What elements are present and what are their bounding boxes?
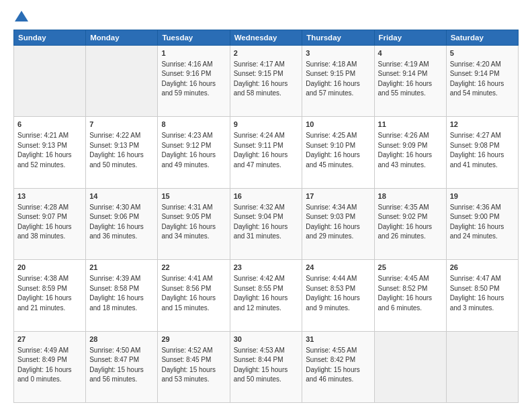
calendar-cell: 19Sunrise: 4:36 AM Sunset: 9:00 PM Dayli…	[446, 188, 518, 259]
day-number: 14	[89, 191, 154, 202]
day-info: Sunrise: 4:39 AM Sunset: 8:58 PM Dayligh…	[89, 274, 154, 313]
day-info: Sunrise: 4:21 AM Sunset: 9:13 PM Dayligh…	[17, 131, 82, 170]
calendar: SundayMondayTuesdayWednesdayThursdayFrid…	[13, 30, 519, 403]
calendar-cell: 15Sunrise: 4:31 AM Sunset: 9:05 PM Dayli…	[158, 188, 230, 259]
calendar-cell: 12Sunrise: 4:27 AM Sunset: 9:08 PM Dayli…	[446, 117, 518, 188]
header	[13, 11, 519, 23]
day-number: 30	[234, 334, 299, 345]
day-info: Sunrise: 4:31 AM Sunset: 9:05 PM Dayligh…	[161, 203, 226, 242]
calendar-cell: 27Sunrise: 4:49 AM Sunset: 8:49 PM Dayli…	[14, 331, 86, 402]
day-info: Sunrise: 4:50 AM Sunset: 8:47 PM Dayligh…	[89, 346, 154, 385]
calendar-cell: 17Sunrise: 4:34 AM Sunset: 9:03 PM Dayli…	[302, 188, 374, 259]
calendar-cell: 18Sunrise: 4:35 AM Sunset: 9:02 PM Dayli…	[374, 188, 446, 259]
day-info: Sunrise: 4:44 AM Sunset: 8:53 PM Dayligh…	[306, 274, 370, 313]
calendar-cell: 26Sunrise: 4:47 AM Sunset: 8:50 PM Dayli…	[446, 260, 518, 331]
day-info: Sunrise: 4:23 AM Sunset: 9:12 PM Dayligh…	[161, 131, 226, 170]
calendar-cell: 9Sunrise: 4:24 AM Sunset: 9:11 PM Daylig…	[230, 117, 302, 188]
calendar-cell: 24Sunrise: 4:44 AM Sunset: 8:53 PM Dayli…	[302, 260, 374, 331]
day-number: 6	[17, 120, 82, 130]
calendar-cell: 23Sunrise: 4:42 AM Sunset: 8:55 PM Dayli…	[230, 260, 302, 331]
day-info: Sunrise: 4:17 AM Sunset: 9:15 PM Dayligh…	[234, 60, 299, 99]
day-info: Sunrise: 4:20 AM Sunset: 9:14 PM Dayligh…	[450, 60, 515, 99]
day-number: 8	[161, 120, 226, 130]
day-info: Sunrise: 4:53 AM Sunset: 8:44 PM Dayligh…	[234, 346, 299, 385]
day-number: 3	[306, 48, 370, 59]
calendar-cell	[446, 331, 518, 402]
day-info: Sunrise: 4:25 AM Sunset: 9:10 PM Dayligh…	[306, 131, 370, 170]
day-number: 31	[306, 334, 370, 345]
weekday-header-sunday: Sunday	[14, 30, 86, 46]
day-number: 5	[450, 48, 515, 59]
day-number: 2	[234, 48, 299, 59]
day-number: 11	[378, 120, 443, 130]
calendar-cell: 7Sunrise: 4:22 AM Sunset: 9:13 PM Daylig…	[86, 117, 158, 188]
day-info: Sunrise: 4:55 AM Sunset: 8:42 PM Dayligh…	[306, 346, 370, 385]
calendar-cell: 10Sunrise: 4:25 AM Sunset: 9:10 PM Dayli…	[302, 117, 374, 188]
weekday-header-monday: Monday	[86, 30, 158, 46]
weekday-header-tuesday: Tuesday	[158, 30, 230, 46]
day-number: 18	[378, 191, 443, 202]
day-info: Sunrise: 4:22 AM Sunset: 9:13 PM Dayligh…	[89, 131, 154, 170]
day-info: Sunrise: 4:52 AM Sunset: 8:45 PM Dayligh…	[161, 346, 226, 385]
day-number: 16	[234, 191, 299, 202]
calendar-cell: 16Sunrise: 4:32 AM Sunset: 9:04 PM Dayli…	[230, 188, 302, 259]
calendar-cell: 3Sunrise: 4:18 AM Sunset: 9:15 PM Daylig…	[302, 46, 374, 117]
day-number: 22	[161, 263, 226, 273]
day-number: 19	[450, 191, 515, 202]
logo-triangle-icon	[15, 11, 28, 21]
calendar-cell: 28Sunrise: 4:50 AM Sunset: 8:47 PM Dayli…	[86, 331, 158, 402]
day-info: Sunrise: 4:32 AM Sunset: 9:04 PM Dayligh…	[234, 203, 299, 242]
day-info: Sunrise: 4:18 AM Sunset: 9:15 PM Dayligh…	[306, 60, 370, 99]
day-info: Sunrise: 4:42 AM Sunset: 8:55 PM Dayligh…	[234, 274, 299, 313]
calendar-cell: 2Sunrise: 4:17 AM Sunset: 9:15 PM Daylig…	[230, 46, 302, 117]
day-info: Sunrise: 4:36 AM Sunset: 9:00 PM Dayligh…	[450, 203, 515, 242]
weekday-header-thursday: Thursday	[302, 30, 374, 46]
day-number: 7	[89, 120, 154, 130]
calendar-cell: 4Sunrise: 4:19 AM Sunset: 9:14 PM Daylig…	[374, 46, 446, 117]
calendar-cell	[14, 46, 86, 117]
day-number: 15	[161, 191, 226, 202]
day-info: Sunrise: 4:34 AM Sunset: 9:03 PM Dayligh…	[306, 203, 370, 242]
day-number: 29	[161, 334, 226, 345]
calendar-cell	[374, 331, 446, 402]
day-info: Sunrise: 4:24 AM Sunset: 9:11 PM Dayligh…	[234, 131, 299, 170]
day-number: 9	[234, 120, 299, 130]
day-info: Sunrise: 4:41 AM Sunset: 8:56 PM Dayligh…	[161, 274, 226, 313]
weekday-header-friday: Friday	[374, 30, 446, 46]
day-info: Sunrise: 4:38 AM Sunset: 8:59 PM Dayligh…	[17, 274, 82, 313]
day-info: Sunrise: 4:47 AM Sunset: 8:50 PM Dayligh…	[450, 274, 515, 313]
calendar-cell: 11Sunrise: 4:26 AM Sunset: 9:09 PM Dayli…	[374, 117, 446, 188]
weekday-header-wednesday: Wednesday	[230, 30, 302, 46]
day-info: Sunrise: 4:27 AM Sunset: 9:08 PM Dayligh…	[450, 131, 515, 170]
day-info: Sunrise: 4:28 AM Sunset: 9:07 PM Dayligh…	[17, 203, 82, 242]
day-number: 21	[89, 263, 154, 273]
calendar-cell: 30Sunrise: 4:53 AM Sunset: 8:44 PM Dayli…	[230, 331, 302, 402]
day-info: Sunrise: 4:45 AM Sunset: 8:52 PM Dayligh…	[378, 274, 443, 313]
calendar-cell: 5Sunrise: 4:20 AM Sunset: 9:14 PM Daylig…	[446, 46, 518, 117]
day-number: 12	[450, 120, 515, 130]
calendar-cell: 14Sunrise: 4:30 AM Sunset: 9:06 PM Dayli…	[86, 188, 158, 259]
calendar-cell: 21Sunrise: 4:39 AM Sunset: 8:58 PM Dayli…	[86, 260, 158, 331]
weekday-header-saturday: Saturday	[446, 30, 518, 46]
day-number: 1	[161, 48, 226, 59]
day-info: Sunrise: 4:19 AM Sunset: 9:14 PM Dayligh…	[378, 60, 443, 99]
calendar-cell: 25Sunrise: 4:45 AM Sunset: 8:52 PM Dayli…	[374, 260, 446, 331]
day-info: Sunrise: 4:30 AM Sunset: 9:06 PM Dayligh…	[89, 203, 154, 242]
day-number: 20	[17, 263, 82, 273]
day-info: Sunrise: 4:16 AM Sunset: 9:16 PM Dayligh…	[161, 60, 226, 99]
day-number: 23	[234, 263, 299, 273]
day-number: 25	[378, 263, 443, 273]
day-number: 27	[17, 334, 82, 345]
day-number: 24	[306, 263, 370, 273]
day-number: 4	[378, 48, 443, 59]
day-info: Sunrise: 4:35 AM Sunset: 9:02 PM Dayligh…	[378, 203, 443, 242]
day-number: 28	[89, 334, 154, 345]
calendar-cell: 20Sunrise: 4:38 AM Sunset: 8:59 PM Dayli…	[14, 260, 86, 331]
day-info: Sunrise: 4:49 AM Sunset: 8:49 PM Dayligh…	[17, 346, 82, 385]
day-number: 13	[17, 191, 82, 202]
calendar-cell: 6Sunrise: 4:21 AM Sunset: 9:13 PM Daylig…	[14, 117, 86, 188]
calendar-cell: 31Sunrise: 4:55 AM Sunset: 8:42 PM Dayli…	[302, 331, 374, 402]
day-number: 10	[306, 120, 370, 130]
day-info: Sunrise: 4:26 AM Sunset: 9:09 PM Dayligh…	[378, 131, 443, 170]
logo	[13, 11, 28, 23]
